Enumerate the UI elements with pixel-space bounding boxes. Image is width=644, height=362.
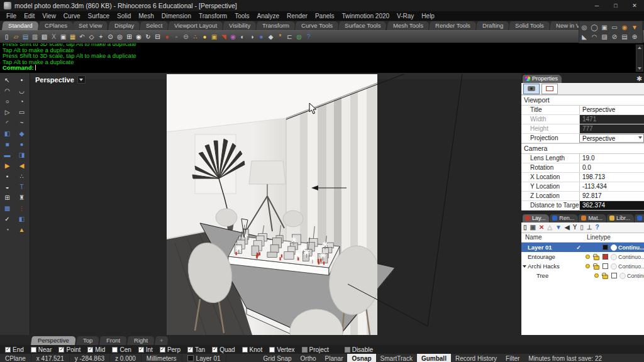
viewport-tab-perspective[interactable]: Perspective [31, 336, 76, 345]
toolbar-tab-visibility[interactable]: Visibility [223, 21, 257, 30]
viewport-properties-button[interactable] [523, 84, 540, 94]
checkbox-perp[interactable]: ✓ [160, 347, 165, 353]
viewport-tab-front[interactable]: Front [99, 336, 127, 345]
gumball-rotate-button[interactable]: ◀ [14, 160, 29, 171]
scale-button[interactable]: ▪ [0, 171, 14, 182]
tab-mat[interactable]: Mat... [579, 214, 606, 222]
osnap-knot[interactable]: Knot [242, 346, 263, 353]
menu-item-file[interactable]: File [3, 13, 20, 19]
perspective-viewport[interactable]: Perspective [30, 73, 521, 335]
viewport-layout-button[interactable]: ⊟ [153, 32, 162, 42]
polyline-button[interactable]: ▷ [0, 107, 14, 118]
status-cell-millimeters[interactable]: Millimeters [142, 354, 182, 362]
vray-dome-button[interactable]: ◠ [589, 32, 599, 41]
menu-item-render[interactable]: Render [283, 13, 311, 19]
move-button[interactable]: + [96, 32, 106, 42]
status-cell-cplane[interactable]: CPlane [0, 354, 31, 362]
layer-linetype[interactable]: Continuo... [618, 263, 644, 270]
vray-frame-buffer-button[interactable]: ▭ [609, 23, 619, 32]
pan-button[interactable]: ◇ [87, 32, 96, 42]
osnap-vertex[interactable]: Vertex [269, 346, 294, 353]
tab-lay[interactable]: Lay... [523, 214, 549, 222]
move-down-icon[interactable]: ▼ [555, 224, 562, 231]
zoom-window-button[interactable]: ◎ [115, 32, 125, 42]
help-button[interactable]: ? [304, 32, 313, 42]
earth-render-button[interactable]: ◍ [294, 32, 304, 42]
check-button[interactable]: ✓ [0, 214, 14, 224]
vray-scene-button[interactable]: ◯ [589, 23, 599, 32]
light-button[interactable]: ● [200, 32, 209, 42]
select-button[interactable]: ↖ [0, 75, 14, 85]
save-file-button[interactable]: ▤ [21, 32, 30, 42]
gumball-move-button[interactable]: ▶ [0, 160, 14, 171]
options-gear-button[interactable]: * [275, 32, 285, 42]
checkbox-int[interactable]: ✓ [138, 347, 144, 353]
status-toggle-smarttrack[interactable]: SmartTrack [376, 354, 417, 362]
osnap-cen[interactable]: Cen [112, 346, 131, 353]
text-button[interactable]: T [14, 182, 29, 192]
property-value-z-location[interactable]: 92.817 [579, 192, 644, 200]
vray-pages-button[interactable]: ▣ [599, 23, 609, 32]
menu-item-solid[interactable]: Solid [113, 13, 135, 19]
layer-material-cell[interactable] [609, 263, 618, 270]
vray-render-button[interactable]: ◥ [219, 32, 228, 42]
layer-row-archi-hacks[interactable]: Archi HacksContinuo... [521, 261, 644, 271]
hatch-button[interactable]: ▩ [0, 203, 14, 214]
gear-icon[interactable]: ✱ [636, 75, 642, 83]
command-prompt[interactable]: Command: [0, 65, 644, 71]
status-toggle-minutes-from-last-save-22[interactable]: Minutes from last save: 22 [524, 354, 606, 362]
osnap-end[interactable]: ✓End [5, 346, 24, 353]
menu-item-help[interactable]: Help [418, 13, 438, 19]
status-toggle-record-history[interactable]: Record History [451, 354, 501, 362]
vray-layers-button[interactable]: ▤ [619, 32, 630, 41]
checkbox-tan[interactable]: ✓ [187, 347, 193, 353]
circle-button[interactable]: ○ [0, 96, 14, 107]
zoom-selected-button[interactable]: ◉ [134, 32, 143, 42]
toolbar-tab-surface-tools[interactable]: Surface Tools [338, 21, 387, 30]
point-button[interactable]: • [14, 75, 29, 85]
cut-button[interactable]: X [49, 32, 58, 42]
toolbar-tab-standard[interactable]: Standard [2, 21, 39, 30]
checkbox-project[interactable] [302, 347, 308, 353]
layer-tools-icon[interactable]: ⊥ [587, 224, 592, 231]
array-button[interactable]: ∴ [14, 171, 29, 182]
layer-material-cell[interactable] [618, 273, 627, 279]
menu-item-edit[interactable]: Edit [20, 13, 38, 19]
layer-color-cell[interactable] [601, 263, 609, 269]
shade-tool-button[interactable]: ◔ [0, 224, 14, 235]
vray-camera-button[interactable]: ◉ [619, 23, 630, 32]
checkbox-quad[interactable]: ✓ [212, 347, 218, 353]
new-layer-icon[interactable]: ▯ [523, 224, 527, 231]
new-sublayer-icon[interactable]: ▣ [530, 224, 536, 231]
menu-item-curve[interactable]: Curve [60, 13, 84, 19]
freeform-button[interactable]: ~ [14, 118, 29, 128]
color-wheel-button[interactable]: ◉ [228, 32, 238, 42]
curve-button[interactable]: ◠ [0, 85, 14, 96]
checkbox-point[interactable]: ✓ [58, 347, 64, 353]
layer-color-cell[interactable] [601, 244, 609, 250]
status-toggle-filter[interactable]: Filter [501, 354, 524, 362]
conic-button[interactable]: ◜ [0, 118, 14, 128]
plan-surface-button[interactable]: ◧ [14, 214, 29, 224]
tab-libr[interactable]: Libr... [607, 214, 634, 222]
toolbar-tab-transform[interactable]: Transform [256, 21, 296, 30]
toolbar-tab-cplanes[interactable]: CPlanes [38, 21, 74, 30]
menu-item-dimension[interactable]: Dimension [158, 13, 195, 19]
status-cell-y[interactable]: y -284.863 [70, 354, 110, 362]
vray-filter-button[interactable]: ▼ [630, 23, 640, 32]
viewport-tab-right[interactable]: Right [127, 336, 155, 345]
delete-layer-icon[interactable]: ✕ [539, 224, 544, 231]
toolbar-tab-viewport-layout[interactable]: Viewport Layout [168, 21, 223, 30]
zoom-button[interactable]: ⊙ [106, 32, 115, 42]
viewport-tab-top[interactable]: Top [76, 336, 99, 345]
layer-linetype[interactable]: Continuo... [627, 273, 644, 279]
annotate-button[interactable]: ⋮ [14, 203, 29, 214]
match-layer-icon[interactable]: ▯ [580, 224, 584, 231]
property-value-projection[interactable]: Perspective [579, 134, 644, 143]
menu-item-panels[interactable]: Panels [311, 13, 338, 19]
checkbox-cen[interactable] [112, 347, 118, 353]
property-value-y-location[interactable]: -113.434 [579, 182, 644, 191]
checkbox-knot[interactable] [242, 347, 248, 353]
layer-visibility-cell[interactable] [583, 264, 592, 268]
paste-button[interactable]: ▦ [68, 32, 77, 42]
